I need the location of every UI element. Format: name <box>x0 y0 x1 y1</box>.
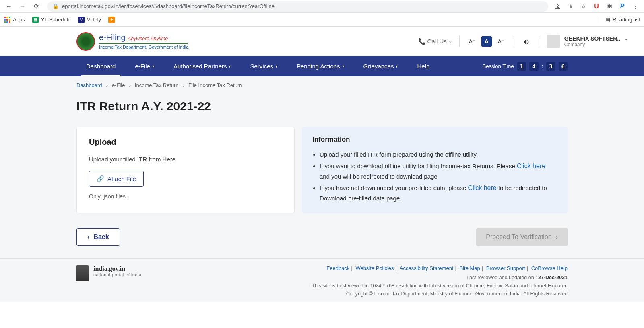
bookmark-yt-schedule[interactable]: ▦ YT Schedule <box>32 17 71 23</box>
footer-link-accessibility[interactable]: Accessibility Statement <box>400 265 454 271</box>
site-logo[interactable]: e-Filing Anywhere Anytime Income Tax Dep… <box>76 32 188 51</box>
contrast-toggle[interactable]: ◐ <box>521 36 532 47</box>
ublock-icon[interactable]: U <box>592 2 601 10</box>
calendar-icon: ▦ <box>32 17 39 23</box>
breadcrumb-itr: Income Tax Return <box>135 82 179 88</box>
breadcrumb-file-itr: File Income Tax Return <box>188 82 242 88</box>
breadcrumb-dashboard[interactable]: Dashboard <box>76 82 102 88</box>
page-content: Dashboard› e-File› Income Tax Return› Fi… <box>0 76 644 258</box>
dept-text: Income Tax Department, Government of Ind… <box>99 45 188 50</box>
brand-tagline: Anywhere Anytime <box>128 36 168 41</box>
user-type-text: Company <box>564 42 628 47</box>
nav-help[interactable]: Help <box>407 56 439 76</box>
breadcrumb: Dashboard› e-File› Income Tax Return› Fi… <box>76 82 568 88</box>
nav-pending-actions[interactable]: Pending Actions▾ <box>287 56 354 76</box>
breadcrumb-efile: e-File <box>112 82 125 88</box>
attach-file-button[interactable]: 🔗 Attach File <box>89 171 144 187</box>
reload-icon[interactable]: ⟳ <box>31 1 42 12</box>
chevron-right-icon: › <box>556 233 558 241</box>
lock-icon: 🔒 <box>52 3 59 9</box>
footer-link-browser[interactable]: Browser Support <box>486 265 525 271</box>
footer-link-cobrowse[interactable]: CoBrowse Help <box>531 265 568 271</box>
national-emblem-icon <box>76 265 89 281</box>
session-label: Session Time <box>483 63 514 69</box>
info-item-2: If you want to download offline utility … <box>320 161 557 182</box>
font-reset[interactable]: A <box>481 36 492 47</box>
nav-authorised-partners[interactable]: Authorised Partners▾ <box>164 56 241 76</box>
forward-icon[interactable]: → <box>17 1 28 12</box>
info-item-1: Upload your filled ITR form prepared usi… <box>320 149 557 160</box>
info-item-3: If you have not downloaded your pre-fill… <box>320 182 557 204</box>
information-panel: Information Upload your filled ITR form … <box>302 127 568 213</box>
phone-icon: 📞 <box>418 38 426 45</box>
person-icon: ✦ <box>108 17 115 23</box>
list-icon: ▤ <box>605 17 610 23</box>
accessibility-controls: A⁻ A A⁺ <box>467 36 506 47</box>
footer-bestview: This site is best viewed in 1024 * 768 r… <box>312 283 568 289</box>
chevron-down-icon: ▾ <box>342 64 344 68</box>
back-button[interactable]: ‹ Back <box>76 228 120 246</box>
footer-link-sitemap[interactable]: Site Map <box>460 265 480 271</box>
footer-reviewed-date: 27-Dec-2021 <box>538 275 568 281</box>
chevron-down-icon: ▾ <box>396 64 398 68</box>
site-footer: india.gov.in national portal of india Fe… <box>0 258 644 302</box>
footer-link-policies[interactable]: Website Policies <box>355 265 394 271</box>
link-icon: 🔗 <box>97 175 104 182</box>
upload-heading: Upload <box>89 138 282 147</box>
site-header: e-Filing Anywhere Anytime Income Tax Dep… <box>0 27 644 56</box>
font-decrease[interactable]: A⁻ <box>467 36 477 47</box>
font-increase[interactable]: A⁺ <box>496 36 506 47</box>
paytm-ext-icon[interactable]: P <box>618 2 626 10</box>
download-utility-link[interactable]: Click here <box>517 163 545 169</box>
bookmarks-bar: Apps ▦ YT Schedule V Videly ✦ ▤ Reading … <box>0 13 644 27</box>
session-timer: Session Time 1 4 : 3 6 <box>483 62 568 71</box>
footer-links: Feedback| Website Policies| Accessibilit… <box>312 265 568 271</box>
address-bar[interactable]: 🔒 eportal.incometax.gov.in/iec/foservice… <box>47 1 548 12</box>
apps-shortcut[interactable]: Apps <box>4 17 25 23</box>
nav-grievances[interactable]: Grievances▾ <box>354 56 408 76</box>
menu-icon[interactable]: ⋮ <box>631 2 639 10</box>
avatar <box>547 35 560 48</box>
footer-link-feedback[interactable]: Feedback <box>326 265 349 271</box>
chevron-left-icon: ‹ <box>87 233 89 241</box>
back-icon[interactable]: ← <box>3 1 14 12</box>
apps-label: Apps <box>13 17 25 23</box>
page-title: ITR Return A.Y. 2021-22 <box>76 99 568 113</box>
chevron-down-icon: ▾ <box>152 64 154 68</box>
download-prefilled-link[interactable]: Click here <box>468 184 497 191</box>
proceed-button: Proceed To Verification › <box>476 228 568 246</box>
chevron-down-icon: ▾ <box>229 64 231 68</box>
file-hint: Only .json files. <box>89 193 282 200</box>
nav-dashboard[interactable]: Dashboard <box>76 56 125 76</box>
chevron-down-icon: ▾ <box>275 64 277 68</box>
footer-copyright: Copyright © Income Tax Department, Minis… <box>346 291 568 297</box>
extensions-icon[interactable]: ✱ <box>605 2 613 10</box>
key-icon[interactable]: ⚿ <box>554 2 562 10</box>
portal-title: india.gov.in <box>93 265 142 272</box>
brand-text: e-Filing <box>99 33 126 42</box>
videly-icon: V <box>78 17 85 23</box>
upload-subtext: Upload your filled ITR from Here <box>89 156 282 163</box>
reading-list[interactable]: ▤ Reading list <box>599 17 640 23</box>
star-icon[interactable]: ☆ <box>580 2 588 10</box>
emblem-icon <box>76 32 95 51</box>
chevron-down-icon: ⌄ <box>624 36 628 41</box>
nav-efile[interactable]: e-File▾ <box>125 56 164 76</box>
chevron-down-icon: ⌄ <box>448 39 452 44</box>
user-menu[interactable]: GEEKFIX SOFTSER... ⌄ Company <box>547 35 628 48</box>
info-heading: Information <box>312 136 557 144</box>
main-nav: Dashboard e-File▾ Authorised Partners▾ S… <box>0 56 644 76</box>
share-icon[interactable]: ⇪ <box>567 2 575 10</box>
apps-grid-icon <box>4 17 10 23</box>
user-name-text: GEEKFIX SOFTSER... <box>564 35 622 42</box>
bookmark-videly[interactable]: V Videly <box>78 17 101 23</box>
bookmark-unknown[interactable]: ✦ <box>108 17 115 23</box>
browser-toolbar: ← → ⟳ 🔒 eportal.incometax.gov.in/iec/fos… <box>0 0 644 13</box>
url-text: eportal.incometax.gov.in/iec/foservices/… <box>62 3 275 9</box>
call-us-dropdown[interactable]: 📞 Call Us ⌄ <box>418 38 452 45</box>
upload-card: Upload Upload your filled ITR from Here … <box>76 127 295 213</box>
portal-subtitle: national portal of india <box>93 272 142 277</box>
nav-services[interactable]: Services▾ <box>240 56 287 76</box>
